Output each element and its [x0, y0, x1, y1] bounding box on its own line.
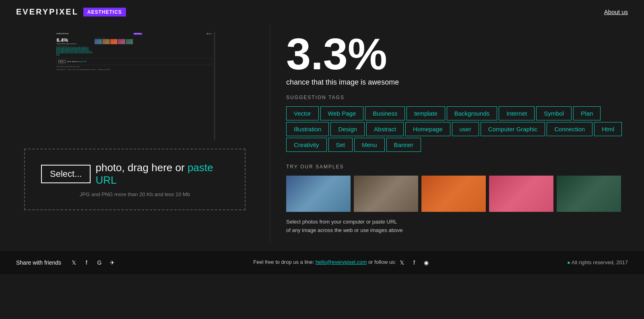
- footer-left: Share with friends 𝕏 f G ✈: [16, 258, 117, 267]
- aesthetics-badge: AESTHETICS: [83, 8, 126, 17]
- preview-tag: Elegance: [56, 52, 62, 54]
- tag-template[interactable]: template: [407, 106, 445, 120]
- tag-menu[interactable]: Menu: [354, 138, 385, 152]
- tag-computergraphic[interactable]: Computer Graphic: [481, 122, 545, 136]
- preview-share: Share with friends: [56, 69, 65, 70]
- tag-internet[interactable]: Internet: [499, 106, 535, 120]
- sample-image-5[interactable]: [557, 176, 621, 212]
- tag-banner[interactable]: Banner: [386, 138, 421, 152]
- footer-drop-line-text: Feel free to drop us a line:: [253, 259, 314, 265]
- preview-sample-img: [95, 39, 102, 44]
- facebook-follow-icon[interactable]: f: [410, 258, 419, 267]
- google-share-icon[interactable]: G: [95, 258, 104, 267]
- preview-right-col: TRY OUR SAMPLES: [95, 37, 212, 56]
- preview-tag: Plan: [72, 49, 76, 51]
- telegram-share-icon[interactable]: ✈: [108, 258, 117, 267]
- facebook-share-icon[interactable]: f: [82, 258, 91, 267]
- preview-tag: Multi-Colored: [76, 49, 83, 51]
- preview-tags: Backgrounds template Abstract Business V…: [56, 47, 93, 56]
- preview-tag: Vector: [80, 47, 84, 49]
- preview-tag: Computer Graphic: [67, 52, 76, 54]
- upload-area[interactable]: Select... photo, drag here or paste URL …: [24, 149, 246, 210]
- tag-business[interactable]: Business: [365, 106, 405, 120]
- tag-vector[interactable]: Vector: [286, 106, 319, 120]
- upload-text: photo, drag here or paste URL: [95, 162, 229, 186]
- preview-upload-url: paste URL: [80, 61, 87, 62]
- preview-tag: Internet: [62, 52, 66, 54]
- footer: Share with friends 𝕏 f G ✈ Feel free to …: [0, 251, 644, 274]
- preview-tags-label: SUGGESTION TAGS: [56, 46, 93, 47]
- tag-design[interactable]: Design: [330, 122, 365, 136]
- tag-creativity[interactable]: Creativity: [286, 138, 327, 152]
- tag-homepage[interactable]: Homepage: [405, 122, 450, 136]
- samples-label: TRY OUR SAMPLES: [286, 164, 624, 170]
- upload-row: Select... photo, drag here or paste URL: [41, 162, 229, 186]
- preview-tag: Backgrounds: [56, 47, 63, 49]
- tag-connection[interactable]: Connection: [547, 122, 592, 136]
- twitter-follow-icon[interactable]: 𝕏: [398, 258, 407, 267]
- header: EVERYPIXEL AESTHETICS About us: [0, 0, 644, 24]
- footer-center: Feel free to drop us a line: hello@every…: [253, 258, 431, 267]
- preview-sample-imgs: [95, 39, 212, 44]
- tag-illustration[interactable]: Illustration: [286, 122, 329, 136]
- preview-upload-text: photo, drag here or paste URL: [67, 61, 87, 62]
- logo: EVERYPIXEL: [16, 7, 78, 17]
- main-content: EVERYPIXEL AESTHETICS About us 6.4% chan…: [0, 24, 644, 243]
- preview-tag: Creativity: [76, 52, 81, 54]
- footer-follow-icons: 𝕏 f ◉: [398, 258, 431, 267]
- left-panel: EVERYPIXEL AESTHETICS About us 6.4% chan…: [0, 24, 270, 243]
- preview-score-sub: chance that this image is awesome: [56, 43, 93, 44]
- preview-footer: Share with friends Feel free to drop us …: [54, 68, 214, 72]
- tag-plan[interactable]: Plan: [573, 106, 601, 120]
- tags-grid: Vector Web Page Business template Backgr…: [286, 106, 624, 152]
- preview-upload-area: Select... photo, drag here or paste URL: [56, 58, 211, 65]
- preview-body: 6.4% chance that this image is awesome S…: [54, 36, 214, 57]
- tag-set[interactable]: Set: [328, 138, 353, 152]
- select-button[interactable]: Select...: [41, 165, 91, 183]
- preview-tag: Pattern: [84, 47, 88, 49]
- preview-samples-label: TRY OUR SAMPLES: [95, 37, 212, 39]
- preview-tag: Web Page: [56, 49, 62, 51]
- preview-badge: AESTHETICS: [134, 33, 142, 35]
- footer-email-link[interactable]: hello@everypixel.com: [316, 259, 367, 265]
- preview-sample-img: [110, 39, 118, 44]
- instagram-follow-icon[interactable]: ◉: [422, 258, 431, 267]
- samples-desc-line2: of any image across the web or use image…: [286, 227, 403, 233]
- header-left: EVERYPIXEL AESTHETICS: [16, 7, 126, 17]
- file-hint: JPG and PNG more than 20 Kb and less 10 …: [80, 191, 190, 197]
- preview-sample-img: [126, 39, 133, 44]
- share-text: Share with friends: [16, 259, 61, 266]
- samples-desc-line1: Select photos from your computer or past…: [286, 219, 397, 225]
- preview-drop: Feel free to drop us a line: hello@every…: [67, 69, 97, 70]
- sample-image-3[interactable]: [421, 176, 486, 212]
- sample-image-1[interactable]: [286, 176, 351, 212]
- about-us-link[interactable]: About us: [604, 8, 628, 15]
- tag-html[interactable]: Html: [594, 122, 622, 136]
- score-number: 3.3%: [286, 32, 624, 76]
- preview-tag: Decoration: [82, 52, 87, 54]
- preview-rights: All rights reserved, 2017: [99, 69, 110, 70]
- sample-image-4[interactable]: [489, 176, 553, 212]
- preview-tag: Set: [56, 54, 59, 56]
- preview-logo: EVERYPIXEL: [56, 33, 69, 35]
- tag-abstract[interactable]: Abstract: [366, 122, 404, 136]
- preview-tag: Ornate: [88, 52, 92, 54]
- preview-score: 6.4%: [56, 37, 93, 43]
- upload-text-main: photo, drag here or: [95, 162, 184, 174]
- footer-right: ● All rights reserved, 2017: [567, 259, 628, 265]
- score-section: 3.3% chance that this image is awesome: [286, 32, 624, 87]
- suggestion-tags-label: SUGGESTION TAGS: [286, 95, 624, 100]
- preview-sample-img: [102, 39, 109, 44]
- suggestion-tags-section: SUGGESTION TAGS Vector Web Page Business…: [286, 95, 624, 152]
- footer-follow-text: or follow us:: [368, 259, 396, 265]
- score-subtitle: chance that this image is awesome: [286, 78, 624, 87]
- twitter-share-icon[interactable]: 𝕏: [69, 258, 78, 267]
- right-panel: 3.3% chance that this image is awesome S…: [270, 24, 644, 243]
- tag-webpage[interactable]: Web Page: [320, 106, 364, 120]
- tag-symbol[interactable]: Symbol: [536, 106, 572, 120]
- tag-user[interactable]: user: [452, 122, 479, 136]
- preview-about: About us: [206, 33, 211, 34]
- sample-image-2[interactable]: [354, 176, 418, 212]
- tag-backgrounds[interactable]: Backgrounds: [447, 106, 497, 120]
- preview-tag: Business: [74, 47, 79, 49]
